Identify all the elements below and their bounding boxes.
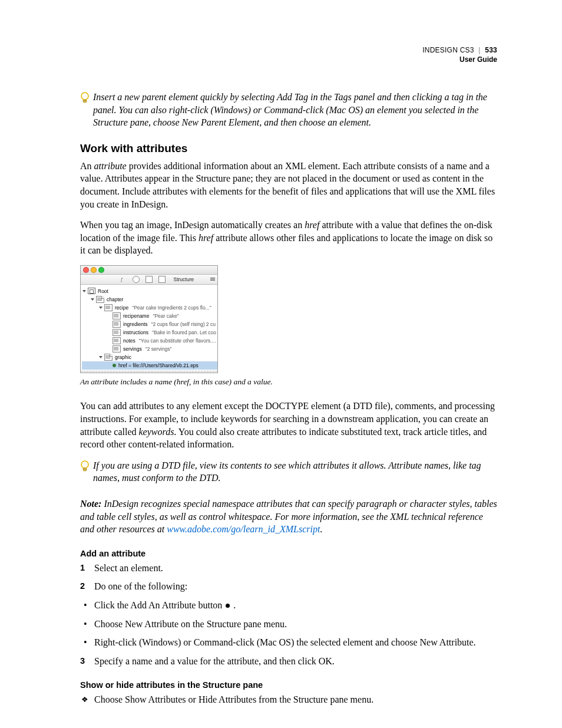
element-icon bbox=[113, 337, 121, 344]
attribute-icon bbox=[113, 364, 116, 367]
step-item: 1Select an element. bbox=[80, 562, 497, 575]
action-item: Choose Show Attributes or Hide Attribute… bbox=[80, 693, 497, 706]
minimize-icon bbox=[91, 267, 97, 273]
figure-structure-pane: ƒ Structure Root chapter recipe"Pear cak… bbox=[80, 265, 218, 373]
figure-caption: An attribute includes a name (href, in t… bbox=[80, 377, 497, 387]
toolbar-icon: ƒ bbox=[121, 276, 127, 282]
toolbar-icon bbox=[133, 276, 140, 283]
option-item: Click the Add An Attribute button . bbox=[80, 599, 497, 612]
product-name: INDESIGN CS3 bbox=[422, 46, 474, 54]
element-icon bbox=[113, 321, 121, 328]
svg-point-3 bbox=[81, 461, 88, 468]
paragraph: An attribute provides additional informa… bbox=[80, 160, 497, 210]
disclosure-icon bbox=[91, 298, 94, 301]
step-item: 2Do one of the following: bbox=[80, 580, 497, 593]
note-label: Note: bbox=[80, 499, 101, 509]
option-item: Choose New Attribute on the Structure pa… bbox=[80, 618, 497, 631]
tip-block: Insert a new parent element quickly by s… bbox=[80, 91, 497, 129]
tip-text: If you are using a DTD file, view its co… bbox=[93, 459, 497, 485]
element-icon bbox=[104, 304, 113, 311]
page-number: 533 bbox=[485, 46, 497, 54]
action-list: Choose Show Attributes or Hide Attribute… bbox=[80, 693, 497, 706]
paragraph: When you tag an image, InDesign automati… bbox=[80, 219, 497, 257]
close-icon bbox=[83, 267, 89, 273]
header-separator: | bbox=[476, 46, 482, 54]
disclosure-icon bbox=[99, 356, 103, 358]
page-header: INDESIGN CS3 | 533 User Guide bbox=[422, 46, 497, 64]
element-icon bbox=[113, 312, 121, 319]
element-icon bbox=[96, 296, 104, 303]
window-titlebar bbox=[81, 266, 217, 275]
tip-text: Insert a new parent element quickly by s… bbox=[93, 91, 497, 129]
note-paragraph: Note: InDesign recognizes special namesp… bbox=[80, 498, 497, 536]
term-attribute: attribute bbox=[94, 161, 127, 171]
option-item: Right-click (Windows) or Command-click (… bbox=[80, 636, 497, 649]
steps-list: 1Select an element. 2Do one of the follo… bbox=[80, 562, 497, 593]
tip-block: If you are using a DTD file, view its co… bbox=[80, 459, 497, 485]
doc-title: User Guide bbox=[422, 55, 497, 65]
options-list: Click the Add An Attribute button . Choo… bbox=[80, 599, 497, 649]
xml-tree: Root chapter recipe"Pear cake Ingredient… bbox=[81, 285, 217, 371]
disclosure-icon bbox=[99, 307, 103, 309]
lightbulb-icon bbox=[80, 92, 92, 107]
page-content: Insert a new parent element quickly by s… bbox=[80, 91, 497, 706]
lightbulb-icon bbox=[80, 460, 92, 476]
disclosure-icon bbox=[82, 290, 86, 292]
element-icon bbox=[104, 354, 113, 361]
xml-script-link[interactable]: www.adobe.com/go/learn_id_XMLscript bbox=[167, 524, 320, 534]
panel-menu-icon bbox=[209, 278, 215, 281]
subsection-heading: Show or hide attributes in the Structure… bbox=[80, 680, 497, 690]
panel-label: Structure bbox=[174, 276, 194, 282]
zoom-icon bbox=[98, 267, 104, 273]
selected-attribute-row: href = file:///Users/Shared/vb.21.eps bbox=[82, 361, 217, 370]
step-item: 3Specify a name and a value for the attr… bbox=[80, 655, 497, 668]
steps-list-cont: 3Specify a name and a value for the attr… bbox=[80, 655, 497, 668]
toolbar-icon bbox=[158, 276, 166, 283]
section-heading: Work with attributes bbox=[80, 142, 497, 155]
add-attribute-icon bbox=[226, 604, 230, 608]
toolbar-icon bbox=[146, 276, 153, 283]
root-icon bbox=[88, 288, 95, 294]
element-icon bbox=[113, 345, 121, 353]
paragraph: You can add attributes to any element ex… bbox=[80, 400, 497, 450]
svg-point-0 bbox=[81, 93, 88, 100]
subsection-heading: Add an attribute bbox=[80, 549, 497, 558]
element-icon bbox=[113, 329, 121, 336]
panel-toolbar: ƒ Structure bbox=[81, 275, 217, 285]
